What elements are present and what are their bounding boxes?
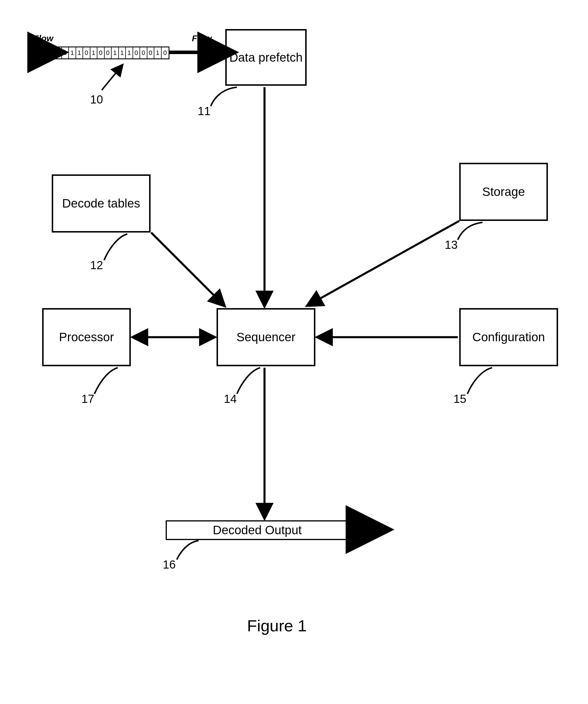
block-label: Decode tables — [62, 196, 140, 211]
bit-cell: 1 — [154, 47, 162, 58]
block-label: Decoded Output — [213, 523, 302, 537]
bit-cell: 0 — [83, 47, 91, 58]
ref-11: 11 — [198, 105, 211, 118]
flow-label-left: Flow — [34, 34, 53, 43]
bitstream: 1 0 1 1 0 1 0 0 1 1 1 0 0 0 1 0 — [54, 47, 169, 59]
bit-cell: 1 — [69, 47, 76, 58]
bit-cell: 0 — [140, 47, 148, 58]
block-label: Sequencer — [236, 330, 295, 344]
block-label: Processor — [59, 330, 114, 344]
bit-cell: 0 — [62, 47, 69, 58]
flow-label-right: Flow — [192, 34, 212, 43]
block-configuration: Configuration — [459, 308, 558, 366]
bit-cell: 0 — [148, 47, 155, 58]
ref-12: 12 — [90, 259, 103, 272]
bit-cell: 1 — [76, 47, 83, 58]
block-label: Storage — [482, 185, 525, 199]
block-decode-tables: Decode tables — [52, 174, 151, 233]
block-storage: Storage — [459, 163, 548, 221]
block-label: Data prefetch — [229, 51, 303, 64]
block-data-prefetch: Data prefetch — [225, 29, 307, 86]
block-processor: Processor — [42, 308, 131, 366]
svg-line-9 — [102, 65, 122, 90]
bit-cell: 1 — [126, 47, 133, 58]
ref-13: 13 — [445, 238, 458, 251]
bit-cell: 0 — [133, 47, 140, 58]
bit-cell: 1 — [112, 47, 119, 58]
block-label: Configuration — [472, 330, 545, 344]
block-sequencer: Sequencer — [217, 308, 315, 366]
ref-16: 16 — [163, 558, 176, 571]
block-decoded-output: Decoded Output — [166, 520, 349, 540]
diagram-canvas: Flow Flow 1 0 1 1 0 1 0 0 1 1 1 0 0 0 1 … — [0, 0, 588, 704]
bit-cell: 1 — [91, 47, 98, 58]
svg-line-3 — [151, 233, 224, 305]
figure-caption: Figure 1 — [247, 616, 307, 635]
bit-cell: 0 — [97, 47, 105, 58]
bit-cell: 1 — [119, 47, 126, 58]
ref-10: 10 — [90, 93, 103, 106]
bit-cell: 0 — [105, 47, 112, 58]
ref-14: 14 — [224, 393, 237, 406]
ref-17: 17 — [81, 393, 95, 406]
svg-line-4 — [308, 221, 459, 305]
bit-cell: 0 — [162, 47, 169, 58]
bit-cell: 1 — [55, 47, 62, 58]
ref-15: 15 — [454, 393, 467, 406]
